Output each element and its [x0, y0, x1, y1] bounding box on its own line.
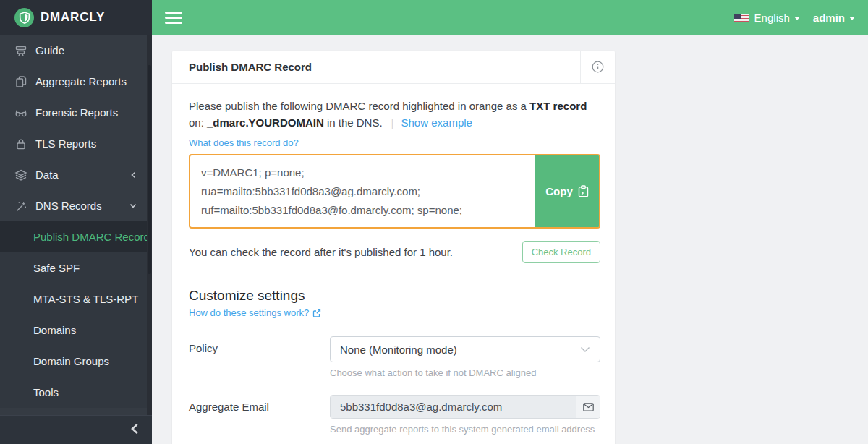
sidebar-item-label: Guide [35, 44, 64, 56]
language-dropdown[interactable]: English [754, 12, 800, 24]
copy-button-label: Copy [545, 185, 573, 197]
customize-settings-form: Policy None (Monitoring mode) Choose wha… [189, 336, 600, 444]
sidebar-collapse-button[interactable] [0, 415, 152, 444]
intro-text: in the DNS. [324, 116, 383, 129]
dns-records-submenu: Publish DMARC Record Safe SPF MTA-STS & … [0, 221, 147, 408]
sidebar-item-forensic-reports[interactable]: Forensic Reports [0, 97, 147, 128]
sidebar-item-label: TLS Reports [35, 137, 96, 150]
caret-down-icon [849, 17, 855, 20]
page-title: Publish DMARC Record [172, 51, 580, 83]
section-divider [189, 276, 600, 276]
external-link-icon [312, 309, 321, 317]
sidebar-item-aggregate-reports[interactable]: Aggregate Reports [0, 66, 147, 97]
sidebar: DMARCLY Guide Aggregate Reports Forensic… [0, 0, 152, 444]
check-record-text: You can check the record after it's publ… [189, 246, 453, 258]
clipboard-icon [578, 185, 589, 197]
chevron-down-icon [580, 346, 590, 353]
settings-help-label: How do these settings work? [189, 307, 309, 318]
sidebar-item-label: Publish DMARC Record [33, 231, 150, 243]
logo[interactable]: DMARCLY [0, 0, 152, 35]
record-help-link[interactable]: What does this record do? [189, 137, 299, 148]
policy-helper-text: Choose what action to take if not DMARC … [330, 367, 600, 378]
caret-down-icon [794, 17, 800, 20]
sidebar-item-label: DNS Records [35, 200, 102, 212]
sidebar-item-label: Tools [33, 386, 59, 398]
info-icon [592, 61, 604, 73]
user-dropdown[interactable]: admin [813, 12, 855, 24]
signpost-icon [14, 44, 27, 57]
aggregate-email-label: Aggregate Email [189, 395, 330, 435]
dmarcly-app: DMARCLY Guide Aggregate Reports Forensic… [0, 0, 868, 444]
intro-text: Please publish the following DMARC recor… [189, 100, 529, 112]
sidebar-item-domain-groups[interactable]: Domain Groups [0, 346, 147, 377]
txt-record-bold: TXT record [529, 100, 587, 112]
sidebar-item-label: Domain Groups [33, 355, 109, 367]
language-label: English [754, 12, 790, 24]
sidebar-item-guide[interactable]: Guide [0, 35, 147, 66]
intro-text: on: [189, 116, 207, 129]
sidebar-item-tls-reports[interactable]: TLS Reports [0, 128, 147, 159]
dmarc-host-bold: _dmarc.YOURDOMAIN [207, 116, 324, 129]
copy-pages-icon [14, 75, 27, 88]
lock-icon [14, 137, 27, 150]
sidebar-item-label: Data [35, 168, 59, 181]
policy-selected-value: None (Monitoring mode) [340, 343, 457, 356]
info-button[interactable] [580, 51, 615, 83]
logo-text: DMARCLY [41, 10, 105, 25]
sidebar-item-label: Safe SPF [33, 262, 80, 274]
copy-button[interactable]: Copy [535, 155, 599, 227]
aggregate-email-field: Send aggregate reports to this system ge… [330, 395, 600, 435]
sidebar-item-mta-sts-tls-rpt[interactable]: MTA-STS & TLS-RPT [0, 283, 147, 315]
user-label: admin [813, 12, 845, 24]
sidebar-item-safe-spf[interactable]: Safe SPF [0, 252, 147, 283]
sidebar-nav: Guide Aggregate Reports Forensic Reports… [0, 35, 147, 408]
sidebar-scrollbar[interactable] [147, 35, 152, 415]
sidebar-item-tools[interactable]: Tools [0, 377, 147, 408]
customize-settings-heading: Customize settings [189, 288, 600, 304]
sidebar-scrollbar-thumb[interactable] [148, 65, 151, 274]
aggregate-email-row: Aggregate Email Send aggregate reports t… [189, 395, 600, 435]
sidebar-item-data[interactable]: Data [0, 159, 147, 190]
policy-select[interactable]: None (Monitoring mode) [330, 336, 600, 362]
aggregate-email-input[interactable] [331, 396, 576, 418]
us-flag-icon [734, 13, 749, 22]
settings-help-link[interactable]: How do these settings work? [189, 307, 321, 318]
layers-icon [14, 168, 27, 182]
policy-label: Policy [189, 336, 330, 378]
sidebar-item-label: Forensic Reports [35, 106, 118, 119]
policy-row: Policy None (Monitoring mode) Choose wha… [189, 336, 600, 378]
card-header: Publish DMARC Record [172, 51, 615, 84]
sidebar-item-label: MTA-STS & TLS-RPT [33, 293, 138, 305]
aggregate-email-helper-text: Send aggregate reports to this system ge… [330, 424, 600, 435]
chevron-down-icon [129, 202, 137, 209]
collapse-chevron-left-icon [130, 423, 139, 437]
glasses-icon [14, 106, 27, 119]
policy-field: None (Monitoring mode) Choose what actio… [330, 336, 600, 378]
main-content: Publish DMARC Record Please publish the … [152, 35, 868, 444]
dmarcly-shield-icon [14, 8, 34, 27]
card-body: Please publish the following DMARC recor… [172, 84, 615, 444]
aggregate-email-mail-button[interactable] [576, 396, 600, 418]
sidebar-item-label: Aggregate Reports [35, 75, 127, 87]
envelope-icon [583, 403, 594, 411]
publish-instructions: Please publish the following DMARC recor… [189, 98, 598, 131]
topbar-right: English admin [734, 12, 855, 24]
dmarc-record-box: v=DMARC1; p=none; rua=mailto:5bb331fd0d8… [189, 154, 600, 229]
chevron-left-icon [130, 171, 137, 179]
topbar: English admin [152, 0, 868, 35]
separator: | [391, 116, 394, 129]
check-record-button[interactable]: Check Record [522, 241, 600, 263]
check-record-row: You can check the record after it's publ… [189, 241, 600, 263]
sidebar-item-label: Domains [33, 324, 76, 336]
show-example-link[interactable]: Show example [401, 116, 472, 129]
sidebar-item-publish-dmarc-record[interactable]: Publish DMARC Record [0, 221, 147, 252]
sidebar-item-domains[interactable]: Domains [0, 315, 147, 346]
hamburger-menu-icon[interactable] [165, 12, 182, 24]
magic-wand-icon [14, 200, 27, 213]
aggregate-email-group [330, 395, 600, 419]
sidebar-item-dns-records[interactable]: DNS Records [0, 190, 147, 221]
publish-dmarc-record-card: Publish DMARC Record Please publish the … [172, 51, 615, 444]
